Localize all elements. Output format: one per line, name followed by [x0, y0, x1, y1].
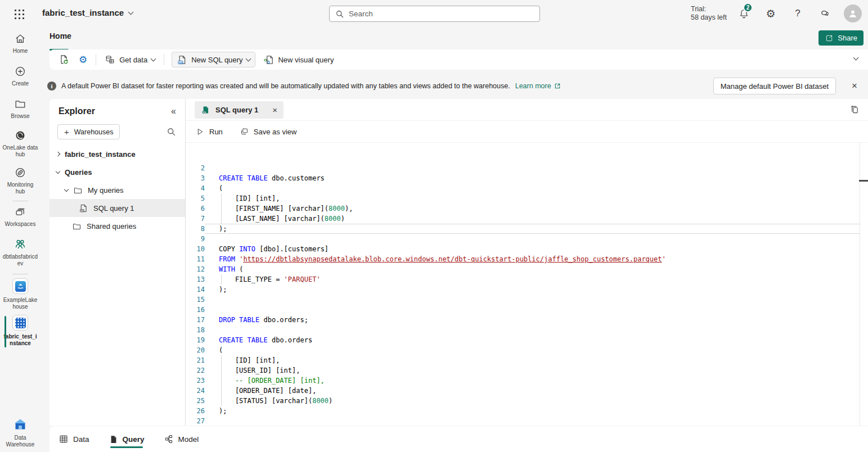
- tree-item-sql-query-1[interactable]: SQL SQL query 1: [50, 199, 185, 217]
- rail-item-examplelakehouse[interactable]: ExampleLakehouse: [2, 278, 38, 310]
- rail-item-onelake-data-hub[interactable]: OneLake data hub: [2, 129, 38, 158]
- settings-toolbar-button[interactable]: ⚙: [74, 52, 92, 67]
- editor-line[interactable]: 16: [186, 305, 868, 315]
- tab-home[interactable]: Home: [50, 31, 71, 40]
- editor-line[interactable]: 17DROP TABLE dbo.orders;: [186, 315, 868, 325]
- rail-item-dbtlabsfabricdev[interactable]: dbtlabsfabricdev: [2, 237, 38, 267]
- collapse-explorer-button[interactable]: «: [171, 106, 176, 116]
- new-warehouse-button[interactable]: + Warehouses: [57, 124, 120, 139]
- settings-button[interactable]: ⚙: [762, 4, 780, 22]
- rail-item-data-warehouse[interactable]: Data Warehouse: [2, 417, 38, 448]
- editor-line[interactable]: 4(: [186, 183, 868, 193]
- play-icon: [195, 127, 205, 137]
- query-command-bar: Run Save as view: [186, 121, 868, 143]
- editor-line[interactable]: 14);: [186, 284, 868, 295]
- rail-item-home[interactable]: Home: [2, 33, 38, 55]
- editor-line[interactable]: 19CREATE TABLE dbo.orders: [186, 335, 868, 345]
- rail-item-monitoring-hub[interactable]: Monitoring hub: [2, 166, 38, 195]
- editor-line[interactable]: 7 [LAST_NAME] [varchar](8000): [186, 214, 868, 224]
- line-number: 14: [186, 284, 205, 295]
- explorer-search-icon[interactable]: [167, 127, 176, 137]
- editor-line[interactable]: 25 [STATUS] [varchar](8000): [186, 396, 868, 406]
- tree-item-queries[interactable]: Queries: [50, 163, 185, 181]
- new-sql-query-button[interactable]: SQL New SQL query: [172, 52, 255, 67]
- rail-item-fabric-test-instance[interactable]: fabric_test_instance: [2, 315, 38, 347]
- tab-data[interactable]: Data: [59, 426, 89, 452]
- editor-line[interactable]: 11FROM 'https://dbtlabsynapsedatalake.bl…: [186, 254, 868, 264]
- line-number: 24: [186, 386, 205, 396]
- editor-line[interactable]: 3CREATE TABLE dbo.customers: [186, 173, 868, 183]
- editor-line[interactable]: 9: [186, 234, 868, 244]
- lakehouse-icon: [12, 278, 28, 294]
- gear-icon: ⚙: [766, 7, 775, 20]
- toolbar-divider: [164, 54, 164, 65]
- editor-line[interactable]: 22 [USER_ID] [int],: [186, 365, 868, 376]
- editor-line[interactable]: 18: [186, 325, 868, 335]
- search-input[interactable]: [349, 10, 534, 18]
- save-as-view-button[interactable]: Save as view: [240, 127, 297, 137]
- app-launcher-icon[interactable]: [14, 8, 25, 20]
- tree-item-shared-queries[interactable]: Shared queries: [50, 217, 185, 235]
- global-search[interactable]: [329, 6, 540, 22]
- svg-text:SQL: SQL: [80, 210, 84, 212]
- learn-more-link[interactable]: Learn more: [515, 82, 561, 90]
- editor-line[interactable]: 27: [186, 416, 868, 426]
- data-grid-icon: [59, 434, 69, 444]
- editor-line[interactable]: 2: [186, 163, 868, 173]
- copy-icon[interactable]: [849, 105, 860, 115]
- new-visual-query-button[interactable]: New visual query: [259, 52, 338, 67]
- editor-line[interactable]: 8);: [186, 224, 868, 234]
- main-content-card: Explorer « + Warehouses fabric_test_inst…: [50, 99, 868, 426]
- run-button[interactable]: Run: [195, 127, 223, 137]
- active-view-underline: [110, 446, 143, 448]
- editor-line[interactable]: 10COPY INTO [dbo].[customers]: [186, 244, 868, 254]
- external-link-icon: [554, 83, 561, 89]
- help-button[interactable]: ?: [789, 4, 807, 22]
- editor-scrollbar-handle[interactable]: [859, 180, 868, 182]
- query-tab-sql-query-1[interactable]: SQL SQL query 1 ×: [195, 101, 284, 119]
- editor-line[interactable]: 24 [ORDER_DATE] [date],: [186, 386, 868, 396]
- tree-item-my-queries[interactable]: My queries: [50, 181, 185, 199]
- editor-line[interactable]: 5 [ID] [int],: [186, 193, 868, 204]
- editor-line[interactable]: 15: [186, 295, 868, 305]
- get-data-button[interactable]: Get data: [100, 52, 160, 67]
- line-number: 15: [186, 295, 205, 305]
- rail-item-workspaces[interactable]: Workspaces: [2, 206, 38, 228]
- editor-line[interactable]: 21 [ID] [int],: [186, 355, 868, 365]
- line-number: 16: [186, 305, 205, 315]
- active-rail-indicator: [5, 316, 6, 347]
- banner-close-button[interactable]: ×: [845, 78, 864, 94]
- sql-editor[interactable]: 23CREATE TABLE dbo.customers4(5 [ID] [in…: [186, 143, 868, 426]
- tree-item-warehouse[interactable]: fabric_test_instance: [50, 145, 185, 163]
- share-button[interactable]: Share: [818, 30, 863, 46]
- sql-file-icon: SQL: [201, 105, 210, 115]
- editor-lines: 23CREATE TABLE dbo.customers4(5 [ID] [in…: [186, 163, 868, 426]
- tab-query[interactable]: Query: [109, 426, 145, 452]
- home-icon: [14, 33, 26, 45]
- refresh-dataset-button[interactable]: [54, 52, 74, 67]
- person-icon: [847, 8, 858, 19]
- manage-default-dataset-button[interactable]: Manage default Power BI dataset: [713, 78, 836, 94]
- plus-circle-icon: [14, 65, 26, 78]
- rail-item-browse[interactable]: Browse: [2, 98, 38, 120]
- editor-line[interactable]: 6 [FIRST_NAME] [varchar](8000),: [186, 204, 868, 214]
- editor-line[interactable]: 26);: [186, 406, 868, 416]
- default-dataset-banner: i A default Power BI dataset for faster …: [47, 75, 868, 97]
- rail-item-create[interactable]: Create: [2, 65, 38, 87]
- visual-query-file-icon: [263, 55, 274, 65]
- editor-line[interactable]: 13 FILE_TYPE = 'PARQUET': [186, 274, 868, 284]
- feedback-button[interactable]: [816, 4, 834, 22]
- editor-line[interactable]: 23 -- [ORDER_DATE] [int],: [186, 376, 868, 386]
- query-document-icon: [109, 435, 118, 444]
- notifications-button[interactable]: 2: [735, 4, 753, 22]
- rail-divider: [12, 201, 28, 201]
- workspace-switcher[interactable]: fabric_test_instance: [42, 8, 133, 17]
- tab-model[interactable]: Model: [164, 426, 199, 452]
- editor-line[interactable]: 20(: [186, 345, 868, 355]
- account-avatar[interactable]: [844, 4, 862, 22]
- collapse-ribbon-chevron[interactable]: [853, 55, 859, 61]
- editor-line[interactable]: 12WITH (: [186, 264, 868, 274]
- line-number: 4: [186, 183, 205, 193]
- toolbar-divider: [96, 54, 96, 65]
- close-tab-icon[interactable]: ×: [272, 105, 277, 115]
